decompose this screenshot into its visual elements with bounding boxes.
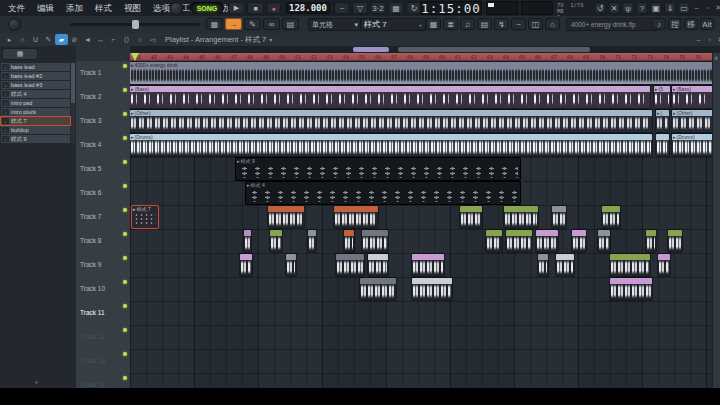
- clip-pattern-sel[interactable]: ▸样式 7: [132, 206, 158, 228]
- menu-item-5[interactable]: 视图: [118, 0, 147, 16]
- metronome-button[interactable]: ▽: [352, 2, 368, 14]
- clip-chop[interactable]: [362, 230, 388, 252]
- clip-chop[interactable]: [360, 278, 396, 300]
- help-button[interactable]: ?: [636, 2, 648, 14]
- pattern-item-2[interactable]: ♪bass lead #2: [1, 72, 70, 80]
- scrollbar-thumb[interactable]: [71, 63, 75, 103]
- pattern-item-1[interactable]: ♪bass lead: [1, 63, 70, 71]
- clip-menu-icon[interactable]: ▸: [131, 110, 134, 116]
- typing-to-piano-button[interactable]: ♪: [652, 18, 666, 30]
- clip-header[interactable]: [506, 230, 532, 236]
- minimize-icon[interactable]: –: [694, 35, 703, 44]
- track-header-13[interactable]: Track 13: [76, 349, 130, 374]
- zoom-tool[interactable]: ○: [133, 34, 146, 45]
- slip-tool[interactable]: ↔: [94, 34, 107, 45]
- clip-header[interactable]: [536, 230, 558, 236]
- clip-chop[interactable]: [412, 278, 452, 300]
- clip-header[interactable]: [412, 278, 452, 284]
- clip-header[interactable]: [240, 254, 252, 260]
- clip-chop[interactable]: [610, 278, 652, 300]
- pattern-item-9[interactable]: ♪样式 9: [1, 135, 70, 143]
- link-button[interactable]: ∞: [263, 18, 280, 30]
- clip-header[interactable]: [658, 254, 670, 260]
- clip-chop[interactable]: [286, 254, 296, 276]
- clip-chop[interactable]: [538, 254, 548, 276]
- clip-header[interactable]: [362, 230, 388, 236]
- clip-header[interactable]: [504, 206, 538, 212]
- clip-chop[interactable]: [572, 230, 586, 252]
- cut-button[interactable]: ✕: [608, 2, 620, 14]
- ctrl-button[interactable]: 控: [668, 18, 682, 30]
- clip-drums[interactable]: ▸(Drums): [672, 134, 712, 156]
- mic-button[interactable]: ψ: [622, 2, 634, 14]
- clip-pattern[interactable]: ▸样式 4: [246, 182, 520, 204]
- clip-other[interactable]: ▸(.: [656, 110, 669, 132]
- track-mute-light[interactable]: [123, 304, 127, 308]
- add-pattern-icon[interactable]: +: [34, 378, 39, 387]
- monitor-button[interactable]: ▭: [678, 2, 690, 14]
- slider-thumb[interactable]: [132, 20, 139, 29]
- pattern-list-scrollbar[interactable]: [71, 63, 75, 143]
- close-icon[interactable]: ✕: [716, 35, 720, 44]
- typing-keyboard-button[interactable]: ▦: [388, 2, 404, 14]
- clip-chop[interactable]: [240, 254, 252, 276]
- track-header-7[interactable]: Track 7: [76, 205, 130, 230]
- maximize-icon[interactable]: ▫: [703, 3, 712, 12]
- clip-header[interactable]: [336, 254, 364, 260]
- track-mute-light[interactable]: [123, 88, 127, 92]
- track-mute-light[interactable]: [123, 208, 127, 212]
- track-mute-light[interactable]: [123, 184, 127, 188]
- plugin-button[interactable]: ↯: [494, 18, 509, 30]
- clip-header[interactable]: ▸(Other): [672, 110, 712, 116]
- typing-keyboard-button[interactable]: ▦: [206, 18, 223, 30]
- track-header-9[interactable]: Track 9: [76, 253, 130, 278]
- oscilloscope-panel[interactable]: [486, 1, 518, 15]
- clip-header[interactable]: ▸(.: [656, 110, 669, 116]
- delete-tool[interactable]: ⊘: [68, 34, 81, 45]
- pencil-tool[interactable]: ✎: [42, 34, 55, 45]
- select-tool[interactable]: ⟨⟩: [120, 34, 133, 45]
- record-button[interactable]: ●: [266, 2, 281, 14]
- clip-header[interactable]: ▸(Other): [130, 110, 652, 116]
- tap-tempo-button[interactable]: ~: [334, 2, 350, 14]
- clip-chop[interactable]: [486, 230, 502, 252]
- clip-menu-icon[interactable]: ▸: [673, 86, 676, 92]
- clip-chop[interactable]: [610, 254, 650, 276]
- clip-header[interactable]: [368, 254, 388, 260]
- piano-roll-button[interactable]: ♫: [460, 18, 475, 30]
- clip-chop[interactable]: [334, 206, 378, 228]
- clip-header[interactable]: [268, 206, 304, 212]
- clip-pattern[interactable]: ▸样式 9: [236, 158, 520, 180]
- play-button[interactable]: ▶: [228, 2, 245, 14]
- track-mute-light[interactable]: [123, 112, 127, 116]
- browser-button[interactable]: ▤: [477, 18, 492, 30]
- snap-dropdown[interactable]: 单元格 ▾: [308, 18, 362, 31]
- menu-item-3[interactable]: 添加: [60, 0, 89, 16]
- clip-chop[interactable]: [308, 230, 316, 252]
- clip-chop[interactable]: [270, 230, 282, 252]
- clip-bass[interactable]: ▸(5: [654, 86, 670, 108]
- playlist-title-dropdown-icon[interactable]: ▾: [269, 36, 272, 43]
- scroll-up-icon[interactable]: ∧: [714, 54, 718, 61]
- clip-chop[interactable]: [506, 230, 532, 252]
- pattern-item-4[interactable]: ♪样式 4: [1, 90, 70, 98]
- track-header-12[interactable]: Track 12: [76, 325, 130, 350]
- clip-header[interactable]: [572, 230, 586, 236]
- menu-item-2[interactable]: 编辑: [31, 0, 60, 16]
- pattern-item-8[interactable]: ♪buildup: [1, 126, 70, 134]
- clip-header[interactable]: ▸(5: [654, 86, 670, 92]
- track-mute-light[interactable]: [123, 232, 127, 236]
- track-mute-light[interactable]: [123, 136, 127, 140]
- clip-header[interactable]: [308, 230, 316, 236]
- track-mute-light[interactable]: [123, 160, 127, 164]
- master-pitch-slider[interactable]: [70, 23, 200, 26]
- track-header-2[interactable]: Track 2: [76, 85, 130, 110]
- alt-button[interactable]: Alt: [700, 18, 714, 30]
- track-mute-light[interactable]: [123, 256, 127, 260]
- clip-master[interactable]: ▸4000+ energy drink: [130, 62, 712, 84]
- clip-header[interactable]: ▸(Bass): [130, 86, 650, 92]
- clip-header[interactable]: [360, 278, 396, 284]
- tempo-display[interactable]: 128.000: [286, 2, 330, 14]
- clip-bass[interactable]: ▸(Bass): [672, 86, 712, 108]
- project-button[interactable]: ◫: [528, 18, 543, 30]
